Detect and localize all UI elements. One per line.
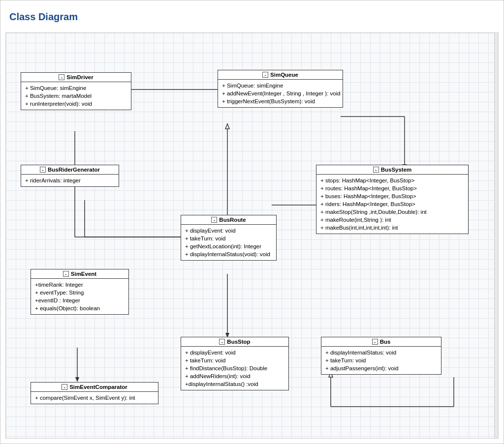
bus-system-field-4: + riders: HashMap<Integer, BusStop> (320, 200, 464, 208)
sim-queue-box: - SimQueue + SimQueue: simEngine + addNe… (218, 70, 343, 108)
sim-event-comparator-title: SimEventComparator (69, 384, 127, 390)
sim-queue-field-3: + triggerNextEvent(BusSystem): void (222, 97, 339, 105)
sim-driver-field-3: + runInterpreter(void): void (25, 100, 127, 108)
bus-field-1: + displayInternalStatus: void (325, 349, 437, 356)
bus-stop-field-4: + addNewRiders(int): void (185, 372, 284, 380)
diagram-area: - SimDriver + SimQueue: simEngine + BusS… (5, 32, 499, 439)
sim-driver-body: + SimQueue: simEngine + BusSystem: marta… (21, 82, 131, 110)
right-bar (494, 33, 498, 438)
sim-queue-field-1: + SimQueue: simEngine (222, 82, 339, 89)
bus-route-field-2: + takeTurn: void (185, 235, 272, 242)
sim-event-field-3: +eventID : Integer (35, 296, 125, 304)
bus-stop-title: BusStop (227, 339, 250, 345)
bus-box: - Bus + displayInternalStatus: void + ta… (321, 337, 441, 375)
bus-system-collapse[interactable]: - (373, 167, 379, 173)
bus-rider-generator-body: + riderArrivals: integer (21, 175, 119, 186)
sim-event-body: +timeRank: Integer + eventType: String +… (31, 279, 128, 314)
bus-stop-collapse[interactable]: - (219, 339, 225, 345)
bus-system-field-6: + makeRoute(int,String ): int (320, 216, 464, 224)
sim-event-field-4: + equals(Object): boolean (35, 304, 125, 312)
sim-driver-field-1: + SimQueue: simEngine (25, 84, 127, 92)
sim-driver-title: SimDriver (66, 74, 93, 80)
svg-marker-17 (75, 377, 79, 382)
sim-event-field-2: + eventType: String (35, 289, 125, 296)
sim-event-comparator-box: - SimEventComparator + compare(SimEvent … (31, 382, 158, 404)
sim-driver-box: - SimDriver + SimQueue: simEngine + BusS… (21, 72, 131, 110)
bus-route-field-3: + getNextLocation(int): Integer (185, 242, 272, 250)
sim-driver-field-2: + BusSystem: martaModel (25, 92, 127, 100)
bus-route-field-1: + displayEvent: void (185, 227, 272, 235)
bus-route-body: + displayEvent: void + takeTurn: void + … (181, 225, 276, 260)
sim-event-collapse[interactable]: - (63, 271, 69, 277)
svg-marker-13 (225, 124, 229, 129)
sim-event-box: - SimEvent +timeRank: Integer + eventTyp… (31, 269, 129, 315)
bus-system-field-2: + routes: HashMap<Integer, BusStop> (320, 184, 464, 192)
bus-system-field-7: + makeBus(int,int,int,int,int): int (320, 224, 464, 232)
bus-stop-field-3: + findDistance(BusStop): Double (185, 364, 284, 372)
sim-queue-collapse[interactable]: - (262, 72, 268, 78)
sim-event-comparator-collapse[interactable]: - (62, 384, 67, 390)
bus-stop-box: - BusStop + displayEvent: void + takeTur… (181, 337, 289, 390)
bus-route-title: BusRoute (219, 217, 246, 223)
bus-system-field-1: + stops: HashMap<Integer, BusStop> (320, 177, 464, 184)
bus-system-title: BusSystem (381, 167, 412, 173)
bus-system-body: + stops: HashMap<Integer, BusStop> + rou… (316, 175, 468, 234)
bus-rider-generator-field-1: + riderArrivals: integer (25, 177, 115, 184)
bus-system-box: - BusSystem + stops: HashMap<Integer, Bu… (316, 165, 469, 234)
bus-rider-generator-title: BusRiderGenerator (48, 167, 100, 173)
bus-rider-generator-collapse[interactable]: - (40, 167, 46, 173)
sim-event-comparator-body: + compare(SimEvent x, SimEvent y): int (31, 392, 158, 404)
sim-event-title: SimEvent (71, 271, 96, 277)
page-title: Class Diagram (9, 11, 78, 23)
bus-field-2: + takeTurn: void (325, 356, 437, 364)
sim-queue-title: SimQueue (270, 72, 298, 78)
bus-field-3: + adjustPassengers(int): void (325, 364, 437, 372)
bus-route-collapse[interactable]: - (211, 217, 217, 223)
bus-rider-generator-box: - BusRiderGenerator + riderArrivals: int… (21, 165, 119, 187)
bus-system-field-3: + buses: HashMap<Integer, BusStop> (320, 192, 464, 200)
sim-driver-collapse[interactable]: - (59, 74, 64, 80)
sim-event-field-1: +timeRank: Integer (35, 281, 125, 289)
sim-queue-field-2: + addNewEvent(Integer , String , Integer… (222, 89, 339, 97)
sim-queue-body: + SimQueue: simEngine + addNewEvent(Inte… (218, 80, 343, 107)
bus-stop-field-1: + displayEvent: void (185, 349, 284, 356)
bus-system-field-5: + makeStop(String ,int,Double,Double): i… (320, 208, 464, 216)
bus-route-field-4: + displayInternalStatus(void): void (185, 250, 272, 258)
bus-collapse[interactable]: - (372, 339, 378, 345)
sim-event-comparator-field-1: + compare(SimEvent x, SimEvent y): int (35, 394, 154, 402)
bus-route-box: - BusRoute + displayEvent: void + takeTu… (181, 215, 277, 261)
bus-body: + displayInternalStatus: void + takeTurn… (321, 347, 441, 374)
bus-stop-body: + displayEvent: void + takeTurn: void + … (181, 347, 288, 390)
bus-title: Bus (380, 339, 391, 345)
bus-stop-field-2: + takeTurn: void (185, 356, 284, 364)
page-container: Class Diagram (0, 0, 504, 444)
bus-stop-field-5: +displayInternalStatus() :void (185, 380, 284, 388)
